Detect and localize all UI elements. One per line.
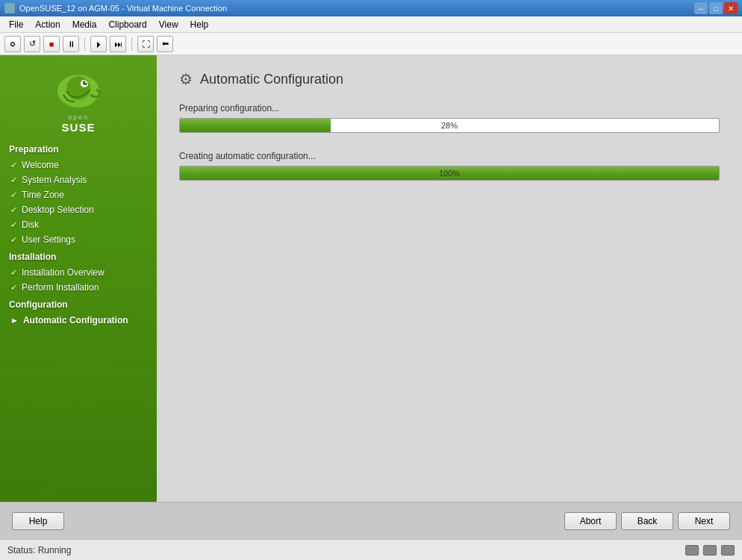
content-area: ⚙ Automatic Configuration Preparing conf…	[157, 55, 742, 539]
fullscreen-button[interactable]: ⛶	[137, 36, 154, 52]
page-title: Automatic Configuration	[200, 72, 343, 87]
menu-clipboard[interactable]: Clipboard	[102, 18, 152, 31]
progress-bar-2-container: 100%	[179, 166, 720, 181]
sidebar-item-automatic-configuration: ► Automatic Configuration	[0, 313, 157, 328]
title-bar: OpenSUSE_12 on AGM-05 - Virtual Machine …	[0, 0, 742, 16]
check-icon-system-analysis: ✔	[10, 175, 17, 185]
window-controls: – □ ✕	[694, 2, 738, 14]
back-button[interactable]: Back	[621, 512, 673, 530]
stop-button[interactable]: ■	[43, 36, 60, 52]
toolbar: ⭘ ↺ ■ ⏸ ⏵ ⏭ ⛶ ⬅	[0, 33, 742, 55]
sidebar-item-desktop-selection: ✔ Desktop Selection	[0, 202, 157, 217]
progress-section-preparing: Preparing configuration... 28%	[179, 103, 720, 133]
back-nav-button[interactable]: ⬅	[157, 36, 173, 52]
menu-view[interactable]: View	[153, 18, 184, 31]
minimize-button[interactable]: –	[694, 2, 708, 14]
progress-label-1: Preparing configuration...	[179, 103, 720, 113]
sidebar: open SUSE Preparation ✔ Welcome ✔ System…	[0, 55, 157, 539]
check-icon-perform-installation: ✔	[10, 283, 17, 293]
logo-text-suse: SUSE	[62, 121, 96, 134]
status-text: Status: Running	[7, 545, 71, 556]
progress-bar-1-container: 28%	[179, 118, 720, 133]
progress-label-2: Creating automatic configuration...	[179, 151, 720, 161]
sidebar-item-disk: ✔ Disk	[0, 217, 157, 232]
status-icons	[685, 545, 735, 556]
check-icon-user-settings: ✔	[10, 235, 17, 245]
sidebar-item-user-settings: ✔ User Settings	[0, 232, 157, 247]
menu-bar: File Action Media Clipboard View Help	[0, 16, 742, 33]
menu-file[interactable]: File	[3, 18, 29, 31]
resume-button[interactable]: ⏵	[90, 36, 107, 52]
opensuse-logo	[49, 69, 108, 113]
bottom-right-buttons: Abort Back Next	[564, 512, 730, 530]
help-button[interactable]: Help	[12, 512, 64, 530]
toolbar-separator-2	[131, 37, 132, 51]
section-preparation: Preparation	[0, 140, 157, 158]
logo-container: open SUSE	[0, 63, 157, 140]
check-icon-desktop-selection: ✔	[10, 205, 17, 215]
toolbar-separator	[84, 37, 85, 51]
check-icon-welcome: ✔	[10, 161, 17, 170]
sidebar-item-welcome: ✔ Welcome	[0, 158, 157, 172]
menu-media[interactable]: Media	[66, 18, 103, 31]
window-title: OpenSUSE_12 on AGM-05 - Virtual Machine …	[19, 4, 227, 13]
page-title-container: ⚙ Automatic Configuration	[179, 70, 720, 88]
check-icon-disk: ✔	[10, 220, 17, 230]
check-icon-installation-overview: ✔	[10, 268, 17, 278]
sidebar-item-system-analysis: ✔ System Analysis	[0, 172, 157, 187]
menu-help[interactable]: Help	[184, 18, 215, 31]
app-icon	[4, 3, 15, 13]
reset-button[interactable]: ↺	[24, 36, 40, 52]
progress-bar-2-text: 100%	[180, 167, 719, 180]
monitor-icon	[703, 545, 717, 556]
check-icon-time-zone: ✔	[10, 190, 17, 200]
bottom-button-bar: Help Abort Back Next	[0, 502, 742, 539]
gear-icon: ⚙	[179, 70, 193, 88]
section-configuration: Configuration	[0, 295, 157, 313]
next-button[interactable]: Next	[678, 512, 730, 530]
close-button[interactable]: ✕	[724, 2, 738, 14]
menu-action[interactable]: Action	[29, 18, 66, 31]
progress-section-creating: Creating automatic configuration... 100%	[179, 151, 720, 181]
status-bar: Status: Running	[0, 539, 742, 560]
sidebar-item-perform-installation: ✔ Perform Installation	[0, 280, 157, 295]
power-button[interactable]: ⭘	[4, 36, 21, 52]
sidebar-item-time-zone: ✔ Time Zone	[0, 187, 157, 202]
svg-point-4	[85, 81, 87, 84]
lock-icon	[721, 545, 735, 556]
section-installation: Installation	[0, 247, 157, 265]
keyboard-icon	[685, 545, 699, 556]
main-container: open SUSE Preparation ✔ Welcome ✔ System…	[0, 55, 742, 539]
maximize-button[interactable]: □	[709, 2, 723, 14]
progress-bar-1-text: 28%	[180, 119, 719, 132]
abort-button[interactable]: Abort	[564, 512, 617, 530]
pause-button[interactable]: ⏸	[63, 36, 79, 52]
skip-button[interactable]: ⏭	[110, 36, 126, 52]
sidebar-item-installation-overview: ✔ Installation Overview	[0, 265, 157, 280]
logo-text-open: open	[68, 113, 89, 121]
arrow-icon-auto-config: ►	[10, 316, 19, 325]
